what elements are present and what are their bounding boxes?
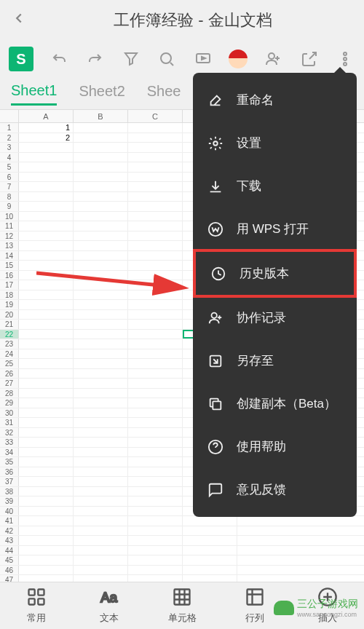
cell[interactable] xyxy=(74,251,128,261)
row-header[interactable]: 22 xyxy=(0,330,19,339)
cell[interactable] xyxy=(128,536,183,545)
cell[interactable] xyxy=(19,320,74,329)
tab-sheet2[interactable]: Sheet2 xyxy=(79,83,124,104)
cell[interactable] xyxy=(19,467,74,477)
cell[interactable] xyxy=(74,536,128,545)
row-header[interactable]: 44 xyxy=(0,546,19,555)
nav-grid[interactable]: 常用 xyxy=(0,582,73,629)
row-header[interactable]: 26 xyxy=(0,369,19,379)
cell[interactable] xyxy=(19,339,74,349)
cell[interactable] xyxy=(74,143,128,152)
menu-collab[interactable]: 协作记录 xyxy=(193,296,357,339)
row-header[interactable]: 23 xyxy=(0,339,19,349)
row-header[interactable]: 8 xyxy=(0,192,19,202)
cell[interactable] xyxy=(128,438,183,447)
row-header[interactable]: 2 xyxy=(0,133,19,143)
play-icon[interactable] xyxy=(193,49,213,69)
row-header[interactable]: 15 xyxy=(0,261,19,270)
cell[interactable] xyxy=(74,448,128,457)
cell[interactable] xyxy=(19,261,74,270)
cell[interactable] xyxy=(128,516,183,526)
menu-gear[interactable]: 设置 xyxy=(193,122,357,165)
user-avatar[interactable] xyxy=(229,50,248,68)
row-header[interactable]: 34 xyxy=(0,448,19,457)
cell[interactable] xyxy=(19,438,74,447)
cell[interactable] xyxy=(19,173,74,182)
cell[interactable] xyxy=(74,555,128,565)
cell[interactable] xyxy=(74,546,128,555)
cell[interactable] xyxy=(74,192,128,202)
cell[interactable] xyxy=(183,536,237,545)
menu-edit[interactable]: 重命名 xyxy=(193,79,357,122)
row-header[interactable]: 45 xyxy=(0,555,19,565)
row-header[interactable]: 11 xyxy=(0,221,19,231)
table-row[interactable]: 42 xyxy=(0,526,364,537)
col-a[interactable]: A xyxy=(19,110,74,122)
row-header[interactable]: 36 xyxy=(0,467,19,477)
cell[interactable] xyxy=(74,232,128,241)
cell[interactable] xyxy=(74,320,128,329)
cell[interactable] xyxy=(19,251,74,261)
cell[interactable] xyxy=(19,566,74,575)
row-header[interactable]: 20 xyxy=(0,310,19,320)
cell[interactable] xyxy=(74,133,128,143)
cell[interactable] xyxy=(74,221,128,231)
row-header[interactable]: 38 xyxy=(0,487,19,497)
app-badge[interactable]: S xyxy=(9,47,33,71)
cell[interactable] xyxy=(128,457,183,467)
row-header[interactable]: 43 xyxy=(0,536,19,545)
row-header[interactable]: 39 xyxy=(0,497,19,506)
cell[interactable] xyxy=(128,123,183,132)
row-header[interactable]: 21 xyxy=(0,320,19,329)
cell[interactable] xyxy=(128,192,183,202)
redo-icon[interactable] xyxy=(85,49,106,69)
row-header[interactable]: 16 xyxy=(0,271,19,280)
cell[interactable] xyxy=(19,477,74,486)
cell[interactable] xyxy=(128,359,183,368)
cell[interactable] xyxy=(128,566,183,575)
cell[interactable] xyxy=(183,546,237,555)
cell[interactable] xyxy=(74,467,128,477)
cell[interactable] xyxy=(128,153,183,162)
cell[interactable] xyxy=(74,162,128,172)
cell[interactable] xyxy=(74,438,128,447)
cell[interactable] xyxy=(19,379,74,388)
cell[interactable] xyxy=(183,526,237,536)
cell[interactable] xyxy=(128,408,183,418)
row-header[interactable]: 5 xyxy=(0,162,19,172)
cell[interactable] xyxy=(74,153,128,162)
cell[interactable] xyxy=(128,261,183,270)
cell[interactable] xyxy=(19,526,74,536)
cell[interactable] xyxy=(128,526,183,536)
cell[interactable] xyxy=(19,182,74,191)
cell[interactable] xyxy=(74,310,128,320)
cell[interactable] xyxy=(19,418,74,427)
cell[interactable] xyxy=(128,241,183,250)
row-header[interactable]: 29 xyxy=(0,398,19,408)
row-header[interactable]: 10 xyxy=(0,212,19,221)
cell[interactable] xyxy=(128,251,183,261)
cell[interactable] xyxy=(128,487,183,497)
cell[interactable] xyxy=(19,232,74,241)
col-b[interactable]: B xyxy=(74,110,128,122)
cell[interactable] xyxy=(19,241,74,250)
cell[interactable] xyxy=(19,221,74,231)
cell[interactable] xyxy=(74,379,128,388)
cell[interactable] xyxy=(19,546,74,555)
cell[interactable] xyxy=(74,418,128,427)
cell[interactable] xyxy=(128,182,183,191)
cell[interactable] xyxy=(74,516,128,526)
row-header[interactable]: 32 xyxy=(0,428,19,438)
table-row[interactable]: 45 xyxy=(0,555,364,566)
row-header[interactable]: 35 xyxy=(0,457,19,467)
cell[interactable] xyxy=(19,507,74,516)
row-header[interactable]: 14 xyxy=(0,251,19,261)
cell[interactable] xyxy=(19,428,74,438)
cell[interactable] xyxy=(19,408,74,418)
row-header[interactable]: 3 xyxy=(0,143,19,152)
menu-help[interactable]: 使用帮助 xyxy=(193,425,357,468)
cell[interactable] xyxy=(19,162,74,172)
cell[interactable] xyxy=(19,516,74,526)
table-row[interactable]: 41 xyxy=(0,516,364,526)
undo-icon[interactable] xyxy=(49,49,69,69)
